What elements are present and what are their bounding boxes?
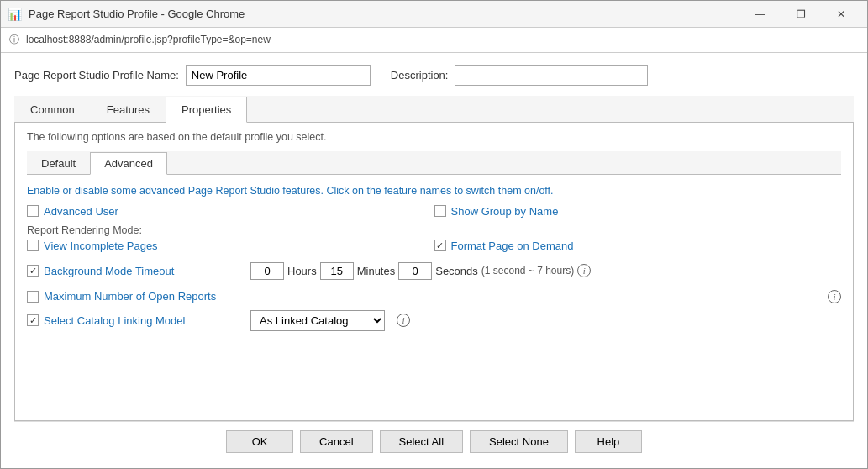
tab-default[interactable]: Default bbox=[27, 152, 90, 175]
main-tab-bar: Common Features Properties bbox=[14, 96, 854, 123]
cancel-button[interactable]: Cancel bbox=[300, 430, 372, 453]
timeout-row: Background Mode Timeout Hours Minutes Se… bbox=[27, 259, 841, 283]
timeout-label[interactable]: Background Mode Timeout bbox=[44, 265, 174, 277]
view-incomplete-checkbox[interactable] bbox=[27, 240, 39, 251]
window-controls: — ❐ ✕ bbox=[741, 1, 860, 28]
timeout-seconds-input[interactable] bbox=[398, 262, 432, 280]
seconds-label: Seconds bbox=[435, 265, 478, 277]
format-on-demand-label[interactable]: Format Page on Demand bbox=[451, 240, 574, 252]
profile-name-label: Page Report Studio Profile Name: bbox=[14, 69, 179, 82]
hours-label: Hours bbox=[287, 265, 317, 277]
profile-name-row: Page Report Studio Profile Name: Descrip… bbox=[14, 65, 854, 86]
maximize-icon: ❐ bbox=[797, 8, 806, 20]
catalog-checkbox[interactable] bbox=[27, 314, 39, 326]
tab-common[interactable]: Common bbox=[14, 97, 91, 123]
footer: OK Cancel Select All Select None Help bbox=[14, 421, 854, 456]
render-title: Report Rendering Mode: bbox=[27, 224, 841, 236]
close-button[interactable]: ✕ bbox=[822, 1, 860, 28]
catalog-select[interactable]: As Linked Catalog As Embedded Catalog No… bbox=[250, 310, 385, 331]
catalog-info-icon[interactable]: i bbox=[397, 314, 410, 327]
features-link[interactable]: Page Report Studio features bbox=[188, 185, 321, 197]
catalog-label[interactable]: Select Catalog Linking Model bbox=[44, 314, 185, 327]
open-reports-checkbox[interactable] bbox=[27, 291, 39, 303]
open-reports-label[interactable]: Maximum Number of Open Reports bbox=[44, 290, 216, 303]
open-reports-info-icon[interactable]: i bbox=[828, 290, 841, 303]
info-circle-icon: ⓘ bbox=[9, 33, 19, 47]
timeout-checkbox[interactable] bbox=[27, 265, 39, 277]
render-options: View Incomplete Pages Format Page on Dem… bbox=[27, 240, 841, 252]
timeout-option: Background Mode Timeout bbox=[27, 265, 245, 277]
minimize-icon: — bbox=[755, 8, 765, 20]
advanced-user-option: Advanced User bbox=[27, 205, 434, 218]
options-row-1: Advanced User Show Group by Name bbox=[27, 205, 841, 218]
minutes-label: Minutes bbox=[357, 265, 396, 277]
render-section: Report Rendering Mode: View Incomplete P… bbox=[27, 224, 841, 252]
format-on-demand-checkbox[interactable] bbox=[434, 240, 446, 251]
app-icon: 📊 bbox=[8, 8, 22, 21]
profile-name-input[interactable] bbox=[186, 65, 371, 86]
show-group-checkbox[interactable] bbox=[434, 205, 446, 217]
enable-description: Enable or disable some advanced Page Rep… bbox=[27, 185, 841, 197]
minimize-button[interactable]: — bbox=[741, 1, 780, 28]
description-input[interactable] bbox=[455, 65, 648, 86]
ok-button[interactable]: OK bbox=[226, 430, 293, 453]
tab-content-area: The following options are based on the d… bbox=[14, 123, 854, 421]
timeout-hint: (1 second ~ 7 hours) bbox=[481, 265, 574, 277]
timeout-controls: Hours Minutes Seconds (1 second ~ 7 hour… bbox=[250, 262, 591, 280]
maximize-button[interactable]: ❐ bbox=[781, 1, 820, 28]
advanced-content: Enable or disable some advanced Page Rep… bbox=[27, 185, 841, 338]
tab-advanced[interactable]: Advanced bbox=[90, 152, 167, 175]
catalog-option: Select Catalog Linking Model bbox=[27, 314, 245, 327]
title-bar: 📊 Page Report Studio Profile - Google Ch… bbox=[1, 1, 867, 28]
help-button[interactable]: Help bbox=[575, 430, 642, 453]
timeout-hours-input[interactable] bbox=[250, 262, 284, 280]
show-group-label[interactable]: Show Group by Name bbox=[451, 205, 559, 218]
close-icon: ✕ bbox=[837, 8, 845, 20]
title-bar-left: 📊 Page Report Studio Profile - Google Ch… bbox=[8, 8, 245, 21]
show-group-option: Show Group by Name bbox=[434, 205, 842, 218]
address-text: localhost:8888/admin/profile.jsp?profile… bbox=[26, 34, 271, 45]
select-none-button[interactable]: Select None bbox=[470, 430, 568, 453]
open-reports-option: Maximum Number of Open Reports bbox=[27, 290, 823, 303]
window-title: Page Report Studio Profile - Google Chro… bbox=[29, 8, 245, 20]
address-bar: ⓘ localhost:8888/admin/profile.jsp?profi… bbox=[1, 28, 867, 53]
inner-tab-bar: Default Advanced bbox=[27, 151, 841, 175]
view-incomplete-option: View Incomplete Pages bbox=[27, 240, 434, 252]
main-content: Page Report Studio Profile Name: Descrip… bbox=[1, 53, 867, 468]
format-on-demand-option: Format Page on Demand bbox=[434, 240, 842, 252]
select-all-button[interactable]: Select All bbox=[380, 430, 463, 453]
info-text: The following options are based on the d… bbox=[27, 131, 841, 143]
advanced-user-checkbox[interactable] bbox=[27, 205, 39, 217]
tab-properties[interactable]: Properties bbox=[166, 97, 247, 123]
advanced-user-label[interactable]: Advanced User bbox=[44, 205, 118, 218]
view-incomplete-label[interactable]: View Incomplete Pages bbox=[44, 240, 158, 252]
catalog-row: Select Catalog Linking Model As Linked C… bbox=[27, 310, 841, 331]
timeout-minutes-input[interactable] bbox=[320, 262, 354, 280]
tab-features[interactable]: Features bbox=[91, 97, 166, 123]
open-reports-row: Maximum Number of Open Reports i bbox=[27, 290, 841, 303]
description-label: Description: bbox=[391, 69, 449, 82]
timeout-info-icon[interactable]: i bbox=[577, 264, 591, 277]
window: 📊 Page Report Studio Profile - Google Ch… bbox=[0, 0, 868, 469]
